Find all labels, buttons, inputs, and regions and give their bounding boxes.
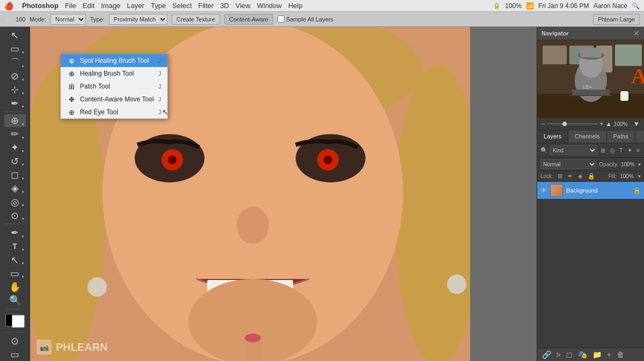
- layers-filter-adj[interactable]: ◎: [609, 147, 616, 154]
- layer-item-background[interactable]: 👁 Background 🔒: [537, 182, 644, 200]
- tool-menu-item-content-aware-move[interactable]: ✥ Content-Aware Move Tool J: [61, 93, 167, 106]
- layer-name: Background: [566, 187, 630, 194]
- path-select-tool[interactable]: ↖ ▾: [4, 254, 26, 266]
- layer-group-btn[interactable]: 📁: [591, 350, 603, 359]
- layers-kind-select[interactable]: Kind: [550, 145, 597, 155]
- battery-icon: 🔋: [493, 2, 501, 10]
- eyedropper-tool[interactable]: ✒ ▾: [4, 97, 26, 109]
- layer-new-btn[interactable]: +: [605, 350, 613, 359]
- lock-all-btn[interactable]: 🔒: [587, 173, 596, 180]
- layer-adj-btn[interactable]: 🎭: [576, 350, 589, 359]
- eyedropper-icon: ✒: [11, 98, 19, 109]
- layers-tabs: Layers Channels Paths: [537, 130, 644, 143]
- brush-tool[interactable]: ✏ ▾: [4, 128, 26, 141]
- quick-select-tool[interactable]: ⊘ ▾: [4, 70, 26, 83]
- spot-healing-tool[interactable]: ⊕ ▾: [4, 114, 26, 127]
- move-tool[interactable]: ↖: [4, 29, 26, 41]
- opacity-arrow-icon[interactable]: ▾: [638, 161, 641, 167]
- menu-file[interactable]: File: [65, 2, 76, 10]
- history-brush-icon: ↺: [11, 156, 19, 167]
- screen-mode-tool[interactable]: ▭: [4, 349, 26, 361]
- type-select[interactable]: Proximity Match Create Texture Content-A…: [109, 14, 167, 25]
- blur-tool[interactable]: ◎ ▾: [4, 196, 26, 208]
- mode-label: Mode:: [30, 16, 46, 23]
- blend-mode-select[interactable]: Normal: [540, 159, 597, 169]
- type-tool[interactable]: T ▾: [4, 240, 26, 253]
- search-icon[interactable]: 🔍: [632, 2, 640, 10]
- phlearn-preset-button[interactable]: Phlearn Large: [593, 14, 640, 25]
- fill-arrow-icon[interactable]: ▾: [638, 173, 641, 179]
- svg-text:LEA: LEA: [583, 84, 592, 90]
- menu-view[interactable]: View: [236, 2, 251, 10]
- layers-filter-smart[interactable]: ✦: [626, 147, 633, 154]
- menu-3d[interactable]: 3D: [220, 2, 229, 10]
- tool-dropdown-menu: ⊕ Spot Healing Brush Tool J ⊕ Healing Br…: [60, 54, 168, 119]
- navigator-close-icon[interactable]: ✕: [633, 29, 640, 38]
- layer-delete-btn[interactable]: 🗑: [615, 350, 626, 359]
- menu-image[interactable]: Image: [101, 2, 120, 10]
- gradient-tool[interactable]: ◈ ▾: [4, 182, 26, 195]
- nav-expand-icon[interactable]: ▼: [633, 120, 640, 128]
- tab-layers[interactable]: Layers: [537, 130, 568, 143]
- apple-menu[interactable]: 🍎: [4, 2, 13, 10]
- pen-tool[interactable]: ✒ ▾: [4, 226, 26, 239]
- crop-tool[interactable]: ⊹ ▾: [4, 84, 26, 96]
- cursor-indicator: ↖: [162, 108, 169, 116]
- history-brush-tool[interactable]: ↺ ▾: [4, 155, 26, 167]
- quick-mask-tool[interactable]: ⊙: [4, 335, 26, 347]
- red-eye-icon: ⊕: [67, 108, 76, 116]
- clone-stamp-icon: ✦: [11, 142, 19, 153]
- layers-filter-toggle[interactable]: ≡: [635, 147, 641, 153]
- zoom-in-icon[interactable]: +: [599, 120, 603, 128]
- lasso-tool[interactable]: ⌒ ▾: [4, 56, 26, 69]
- dodge-tool[interactable]: ⊙ ▾: [4, 209, 26, 222]
- mode-select[interactable]: Normal: [50, 14, 86, 25]
- menu-window[interactable]: Window: [257, 2, 282, 10]
- nav-zoom-collapse[interactable]: ▲: [605, 120, 612, 128]
- selection-tool[interactable]: ▭ ▾: [4, 42, 26, 55]
- zoom-track[interactable]: [547, 123, 597, 124]
- tool-menu-item-red-eye[interactable]: ⊕ Red Eye Tool J ↖: [61, 106, 167, 119]
- tool-menu-item-patch[interactable]: ⊞ Patch Tool J: [61, 80, 167, 93]
- lock-pixels-btn[interactable]: ⊞: [557, 173, 564, 180]
- layer-mask-btn[interactable]: ◻: [565, 350, 574, 359]
- menu-type[interactable]: Type: [151, 2, 166, 10]
- opacity-value: 100%: [621, 161, 636, 167]
- layer-visibility-icon[interactable]: 👁: [540, 187, 547, 194]
- tool-menu-item-spot-healing[interactable]: ⊕ Spot Healing Brush Tool J: [61, 54, 167, 67]
- layers-filter-pixel[interactable]: ⊞: [599, 147, 606, 154]
- zoom-thumb[interactable]: [562, 122, 567, 126]
- lock-position-btn[interactable]: ✒: [567, 173, 574, 180]
- menu-edit[interactable]: Edit: [83, 2, 94, 10]
- app-name: Photoshop: [22, 2, 58, 10]
- menu-filter[interactable]: Filter: [198, 2, 214, 10]
- menu-select[interactable]: Select: [172, 2, 192, 10]
- clone-stamp-tool[interactable]: ✦ ▾: [4, 142, 26, 154]
- content-aware-button[interactable]: Content-Aware: [224, 14, 273, 25]
- tool-menu-item-healing[interactable]: ⊕ Healing Brush Tool J: [61, 67, 167, 80]
- red-eye-label: Red Eye Tool: [80, 108, 118, 116]
- lasso-tool-icon: ⌒: [10, 56, 20, 69]
- move-tool-icon: ↖: [11, 30, 19, 41]
- hand-tool[interactable]: ✋: [4, 281, 26, 293]
- layer-link-btn[interactable]: 🔗: [540, 350, 553, 359]
- create-texture-button[interactable]: Create Texture: [172, 14, 220, 25]
- tool-size-icon: ⊕: [4, 14, 11, 24]
- layer-fx-btn[interactable]: fx: [555, 352, 562, 358]
- tab-channels[interactable]: Channels: [568, 130, 606, 143]
- rectangle-tool[interactable]: ▭ ▾: [4, 267, 26, 279]
- zoom-out-icon[interactable]: −: [541, 120, 545, 128]
- menu-help[interactable]: Help: [288, 2, 303, 10]
- opacity-label: Opacity:: [599, 161, 619, 167]
- background-color[interactable]: [12, 315, 25, 328]
- zoom-tool[interactable]: 🔍: [4, 294, 26, 307]
- eraser-tool[interactable]: ◻ ▾: [4, 168, 26, 181]
- spot-healing-shortcut: J: [158, 57, 162, 64]
- tab-paths[interactable]: Paths: [607, 130, 635, 143]
- brush-icon: ✏: [11, 128, 19, 140]
- red-eye-shortcut: J: [158, 109, 162, 115]
- menu-layer[interactable]: Layer: [127, 2, 144, 10]
- sample-all-layers-checkbox[interactable]: Sample All Layers: [277, 16, 333, 23]
- layers-filter-type[interactable]: T: [618, 147, 624, 153]
- lock-artboard-btn[interactable]: ◈: [577, 173, 583, 180]
